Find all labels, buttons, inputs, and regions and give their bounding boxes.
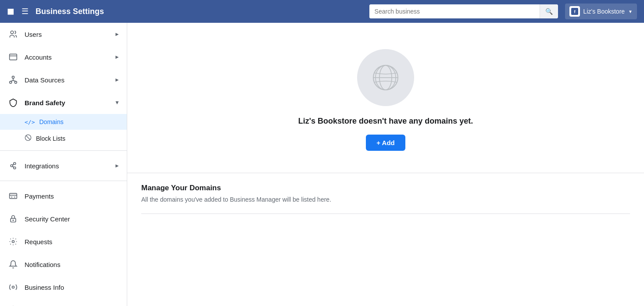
search-input[interactable] [369,4,540,18]
sidebar-item-requests[interactable]: Requests [0,230,127,253]
hamburger-menu-icon[interactable]: ☰ [21,7,29,16]
payments-label: Payments [25,192,120,200]
svg-line-10 [13,81,16,82]
data-sources-label: Data Sources [25,76,114,84]
svg-point-5 [12,76,14,78]
payments-icon [7,190,19,202]
business-info-icon [7,281,19,293]
setup-guide-icon [7,304,19,306]
topnav: ■ ☰ Business Settings 🔍 f Liz's Bookstor… [0,0,644,23]
notifications-icon [7,258,19,270]
sidebar-item-payments[interactable]: Payments [0,185,127,207]
sidebar-divider-1 [0,150,127,151]
sidebar: Users ► Accounts ► Data Sources ► Brand … [0,23,127,306]
svg-rect-18 [10,193,17,199]
integrations-chevron-icon: ► [114,163,120,169]
svg-point-14 [14,163,16,165]
svg-point-2 [11,31,14,34]
sidebar-item-setup-guide[interactable]: Setup Guide [0,299,127,306]
accounts-label: Accounts [25,53,114,61]
sidebar-item-business-info[interactable]: Business Info [0,276,127,299]
svg-point-6 [10,81,12,83]
sidebar-sub-item-domains[interactable]: </> Domains [0,114,127,130]
data-sources-chevron-icon: ► [114,77,120,83]
manage-section-divider [141,213,630,214]
main-content: Liz's Bookstore doesn't have any domains… [127,23,644,306]
integrations-icon [7,160,19,172]
sidebar-divider-2 [0,181,127,181]
account-avatar: f [569,6,580,17]
brand-safety-icon [7,96,19,109]
globe-icon-circle [357,49,414,106]
requests-label: Requests [25,238,120,246]
sidebar-item-brand-safety[interactable]: Brand Safety ▼ [0,91,127,114]
app-title: Business Settings [36,7,104,16]
svg-point-13 [11,165,13,167]
svg-point-7 [14,81,17,83]
accounts-icon [7,51,19,63]
svg-point-15 [14,167,16,169]
integrations-label: Integrations [25,162,114,170]
brand-safety-label: Brand Safety [25,99,114,107]
notifications-label: Notifications [25,261,120,268]
empty-state-message: Liz's Bookstore doesn't have any domains… [298,117,473,126]
svg-point-25 [12,286,14,288]
sidebar-item-notifications[interactable]: Notifications [0,253,127,276]
sidebar-item-security-center[interactable]: Security Center [0,207,127,230]
search-bar: 🔍 [369,4,558,18]
account-name: Liz's Bookstore [583,8,625,15]
security-center-label: Security Center [25,215,120,223]
sidebar-item-users[interactable]: Users ► [0,23,127,46]
brand-safety-chevron-icon: ▼ [114,100,120,106]
facebook-logo-icon: ■ [7,5,14,18]
block-lists-icon [25,134,32,142]
business-info-label: Business Info [25,284,120,291]
users-icon [7,28,19,40]
requests-icon [7,235,19,248]
users-label: Users [25,31,114,38]
manage-domains-title: Manage Your Domains [141,184,630,192]
search-button[interactable]: 🔍 [540,4,558,18]
manage-domains-description: All the domains you've added to Business… [141,196,630,203]
users-chevron-icon: ► [114,31,120,37]
svg-line-16 [13,164,14,165]
svg-line-17 [13,166,14,167]
account-switcher[interactable]: f Liz's Bookstore ▼ [565,4,637,19]
sidebar-item-data-sources[interactable]: Data Sources ► [0,68,127,91]
data-sources-icon [7,74,19,86]
svg-rect-3 [10,54,17,60]
sidebar-item-integrations[interactable]: Integrations ► [0,154,127,177]
domains-label: Domains [39,118,63,125]
add-domain-button[interactable]: + Add [366,135,405,151]
sidebar-sub-item-block-lists[interactable]: Block Lists [0,130,127,147]
svg-point-23 [13,220,14,221]
block-lists-label: Block Lists [36,135,65,142]
svg-point-24 [12,241,14,243]
empty-state: Liz's Bookstore doesn't have any domains… [127,23,644,173]
manage-domains-section: Manage Your Domains All the domains you'… [127,173,644,224]
account-chevron-icon: ▼ [628,9,633,14]
svg-line-12 [26,135,30,139]
globe-svg-icon [370,62,401,93]
svg-line-9 [11,81,13,82]
accounts-chevron-icon: ► [114,54,120,60]
security-center-icon [7,213,19,225]
page-layout: Users ► Accounts ► Data Sources ► Brand … [0,23,644,306]
sidebar-item-accounts[interactable]: Accounts ► [0,46,127,68]
domains-code-icon: </> [25,119,35,125]
